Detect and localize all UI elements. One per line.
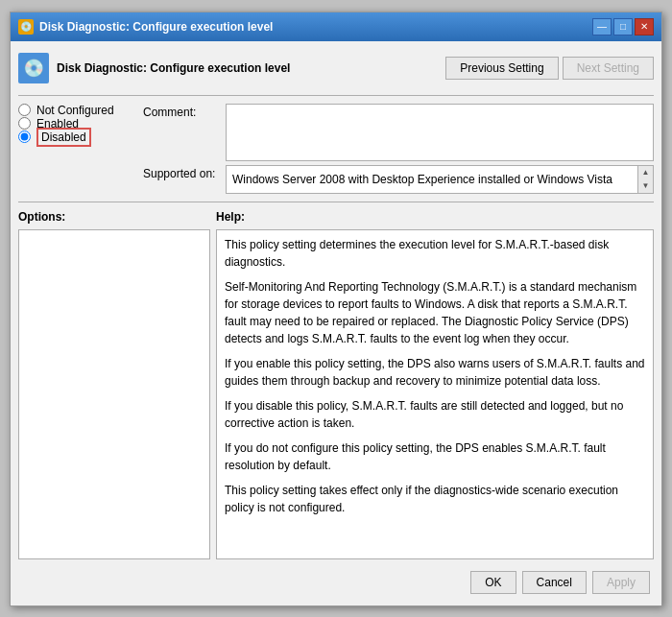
header-left: 💿 Disk Diagnostic: Configure execution l…	[18, 53, 290, 83]
comment-field-container	[226, 104, 654, 161]
radio-not-configured: Not Configured	[18, 104, 143, 117]
right-col: Comment: Supported on: Windows Server 20…	[143, 104, 654, 194]
help-panel[interactable]: This policy setting determines the execu…	[216, 229, 654, 559]
close-button[interactable]: ✕	[635, 18, 654, 36]
maximize-button[interactable]: □	[613, 18, 633, 36]
help-paragraph: Self-Monitoring And Reporting Technology…	[225, 278, 645, 347]
scroll-up-arrow[interactable]: ▲	[639, 166, 653, 179]
window-icon: 💿	[18, 19, 34, 35]
supported-scrollbar: ▲ ▼	[637, 166, 653, 193]
cancel-button[interactable]: Cancel	[522, 571, 587, 594]
radio-group: Not Configured Enabled Disabled	[18, 104, 143, 194]
help-paragraph: If you do not configure this policy sett…	[225, 439, 645, 474]
scroll-down-arrow[interactable]: ▼	[639, 179, 653, 193]
divider-1	[18, 95, 654, 96]
help-paragraph: If you enable this policy setting, the D…	[225, 355, 645, 390]
options-section-label: Options:	[18, 210, 210, 224]
supported-value: Windows Server 2008 with Desktop Experie…	[227, 169, 637, 190]
comment-row: Comment:	[143, 104, 654, 161]
radio-enabled-input[interactable]	[18, 117, 31, 130]
minimize-button[interactable]: —	[592, 18, 612, 36]
title-bar-left: 💿 Disk Diagnostic: Configure execution l…	[18, 19, 273, 35]
supported-container: Windows Server 2008 with Desktop Experie…	[226, 165, 654, 194]
supported-row: Supported on: Windows Server 2008 with D…	[143, 165, 654, 194]
comment-inner[interactable]	[227, 105, 653, 160]
help-paragraph: This policy setting determines the execu…	[225, 236, 645, 271]
supported-label: Supported on:	[143, 165, 220, 180]
radio-disabled-input[interactable]	[18, 131, 31, 143]
header-icon: 💿	[18, 53, 49, 83]
options-panel[interactable]	[18, 229, 210, 559]
radio-not-configured-label[interactable]: Not Configured	[36, 104, 114, 117]
main-window: 💿 Disk Diagnostic: Configure execution l…	[10, 12, 662, 606]
footer: OK Cancel Apply	[18, 565, 654, 598]
top-section: Not Configured Enabled Disabled Comment:	[18, 104, 654, 194]
header-buttons: Previous Setting Next Setting	[445, 57, 654, 80]
apply-button[interactable]: Apply	[592, 571, 650, 594]
section-labels: Options: Help:	[18, 210, 654, 224]
comment-container	[226, 104, 654, 161]
radio-not-configured-input[interactable]	[18, 104, 31, 116]
help-paragraph: This policy setting takes effect only if…	[225, 482, 645, 516]
ok-button[interactable]: OK	[470, 571, 516, 594]
header-title: Disk Diagnostic: Configure execution lev…	[57, 61, 290, 75]
radio-disabled-box: Disabled	[36, 128, 91, 147]
main-panels: This policy setting determines the execu…	[18, 229, 654, 559]
header-row: 💿 Disk Diagnostic: Configure execution l…	[18, 49, 654, 87]
radio-disabled: Disabled	[18, 131, 143, 144]
next-setting-button[interactable]: Next Setting	[563, 57, 654, 80]
window-content: 💿 Disk Diagnostic: Configure execution l…	[11, 41, 661, 605]
comment-label: Comment:	[143, 104, 220, 119]
radio-disabled-label[interactable]: Disabled	[36, 131, 91, 144]
help-paragraph: If you disable this policy, S.M.A.R.T. f…	[225, 397, 645, 432]
title-bar: 💿 Disk Diagnostic: Configure execution l…	[11, 12, 661, 41]
help-section-label: Help:	[216, 210, 654, 224]
supported-field-container: Windows Server 2008 with Desktop Experie…	[226, 165, 654, 194]
window-title: Disk Diagnostic: Configure execution lev…	[39, 20, 273, 34]
previous-setting-button[interactable]: Previous Setting	[445, 57, 558, 80]
title-bar-controls: — □ ✕	[592, 18, 654, 36]
divider-2	[18, 202, 654, 202]
